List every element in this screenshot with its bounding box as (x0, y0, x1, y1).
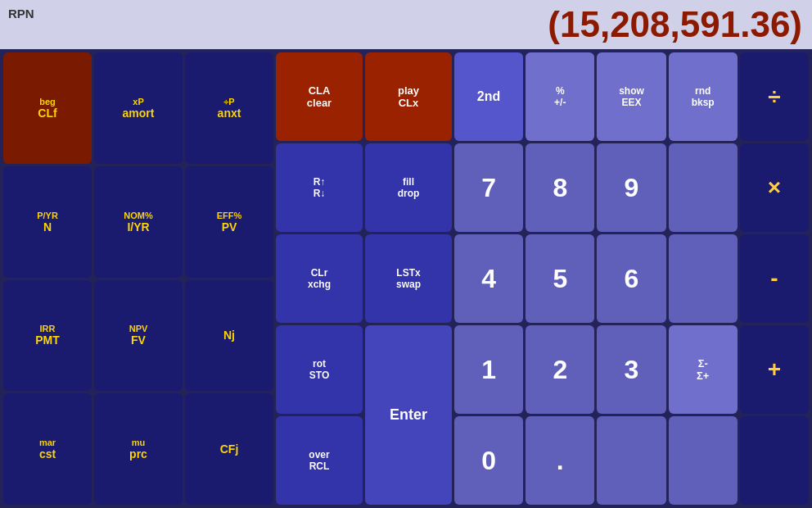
play-clx-button[interactable]: play CLx (365, 52, 452, 141)
rnd-bksp-button[interactable]: rnd bksp (669, 52, 738, 141)
enter-button[interactable]: Enter (365, 325, 452, 505)
empty-spacer-1 (669, 143, 738, 232)
0-button[interactable]: 0 (454, 416, 523, 505)
r-updown-button[interactable]: R↑ R↓ (276, 143, 363, 232)
over-rcl-button[interactable]: over RCL (276, 416, 363, 505)
3-button[interactable]: 3 (597, 325, 665, 414)
pv-button[interactable]: EFF% PV (185, 166, 273, 278)
fill-drop-button[interactable]: fill drop (365, 143, 452, 232)
6-button[interactable]: 6 (597, 234, 665, 323)
rot-sto-button[interactable]: rot STO (276, 325, 363, 414)
multiply-button[interactable]: × (740, 143, 809, 232)
cfj-button[interactable]: CFj (185, 393, 273, 505)
empty-spacer-3 (597, 416, 665, 505)
7-button[interactable]: 7 (454, 143, 523, 232)
empty-spacer-2 (669, 234, 738, 323)
subtract-button[interactable]: - (740, 234, 809, 323)
lstx-swap-button[interactable]: LSTx swap (365, 234, 452, 323)
divide-button[interactable]: ÷ (740, 52, 809, 141)
9-button[interactable]: 9 (597, 143, 665, 232)
fv-button[interactable]: NPV FV (94, 280, 183, 392)
percent-plusminus-button[interactable]: % +/- (526, 52, 594, 141)
cst-button[interactable]: mar cst (3, 393, 92, 505)
1-button[interactable]: 1 (454, 325, 523, 414)
clf-button[interactable]: beg CLf (3, 52, 92, 164)
show-eex-button[interactable]: show EEX (597, 52, 665, 141)
prc-button[interactable]: mu prc (94, 393, 183, 505)
iyr-button[interactable]: NOM% I/YR (94, 166, 183, 278)
cla-clear-button[interactable]: CLA clear (276, 52, 363, 141)
empty-spacer-5 (740, 416, 809, 505)
display-value: (15,208,591.36) (10, 4, 802, 45)
2-button[interactable]: 2 (526, 325, 594, 414)
clr-xchg-button[interactable]: CLr xchg (276, 234, 363, 323)
4-button[interactable]: 4 (454, 234, 523, 323)
sigma-button[interactable]: Σ- Σ+ (669, 325, 738, 414)
rpn-label: RPN (8, 7, 34, 20)
8-button[interactable]: 8 (526, 143, 594, 232)
5-button[interactable]: 5 (526, 234, 594, 323)
n-button[interactable]: P/YR N (3, 166, 92, 278)
anxt-button[interactable]: ÷P anxt (185, 52, 273, 164)
nj-button[interactable]: Nj (185, 280, 273, 392)
amort-button[interactable]: xP amort (94, 52, 183, 164)
dot-button[interactable]: . (526, 416, 594, 505)
add-button[interactable]: + (740, 325, 809, 414)
pmt-button[interactable]: IRR PMT (3, 280, 92, 392)
empty-spacer-4 (669, 416, 738, 505)
2nd-button[interactable]: 2nd (454, 52, 523, 141)
